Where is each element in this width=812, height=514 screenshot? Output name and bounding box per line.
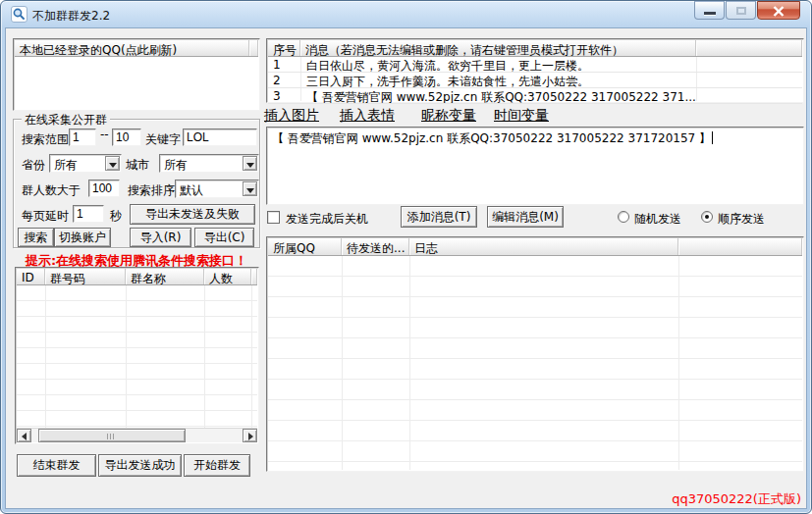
export-failed-button[interactable]: 导出未发送及失败 xyxy=(130,204,255,225)
column-divider xyxy=(251,285,252,428)
message-row-index: 1 xyxy=(273,58,281,72)
minimize-icon xyxy=(704,12,716,15)
column-divider xyxy=(45,285,46,428)
message-table-body: 1 白日依山尽，黄河入海流。欲穷千里目，更上一层楼。 2 三日入厨下，洗手作羹汤… xyxy=(268,57,802,101)
delay-label: 每页延时 xyxy=(22,208,69,225)
sequential-send-label[interactable]: 顺序发送 xyxy=(718,211,765,228)
import-button[interactable]: 导入(R) xyxy=(130,228,191,247)
col-spacer xyxy=(696,40,802,56)
maximize-button xyxy=(726,1,756,20)
keyword-label: 关键字 xyxy=(145,131,181,148)
insert-emoji-link[interactable]: 插入表情 xyxy=(340,107,395,125)
logged-qq-list: 本地已经登录的QQ(点此刷新) xyxy=(13,38,260,111)
nickname-variable-link[interactable]: 昵称变量 xyxy=(421,107,476,125)
col-index[interactable]: 序号 xyxy=(268,40,300,56)
province-value: 所有 xyxy=(54,157,78,174)
min-members-input[interactable] xyxy=(88,180,120,197)
col-group-name[interactable]: 群名称 xyxy=(126,269,204,284)
column-divider xyxy=(678,256,679,470)
random-send-label[interactable]: 随机发送 xyxy=(634,211,681,228)
log-table-header: 所属QQ 待发送的... 日志 xyxy=(268,238,802,256)
scroll-left-icon[interactable] xyxy=(17,429,31,442)
range-label: 搜索范围 xyxy=(22,131,69,148)
shutdown-after-send-checkbox[interactable] xyxy=(267,211,280,224)
col-group-number[interactable]: 群号码 xyxy=(45,269,126,284)
message-row-index: 3 xyxy=(273,89,281,103)
message-row-text: 白日依山尽，黄河入海流。欲穷千里目，更上一层楼。 xyxy=(306,58,589,73)
col-owner-qq[interactable]: 所属QQ xyxy=(268,238,342,255)
message-table-header: 序号 消息（若消息无法编辑或删除，请右键管理员模式打开软件） xyxy=(268,40,802,57)
range-from-input[interactable] xyxy=(69,128,96,146)
sort-value: 默认 xyxy=(180,182,203,199)
delay-input[interactable] xyxy=(73,205,104,223)
stop-broadcast-button[interactable]: 结束群发 xyxy=(17,454,96,477)
add-message-button[interactable]: 添加消息(T) xyxy=(401,206,477,228)
message-row[interactable]: 3 【 吾爱营销官网 www.52pjz.cn 联系QQ:37050222 31… xyxy=(268,88,802,104)
maximize-icon xyxy=(736,7,746,15)
switch-account-button[interactable]: 切换账户 xyxy=(54,228,111,247)
collector-groupbox: 在线采集公开群 搜索范围 -- 关键字 省份 所有 城市 所有 群人数大于 搜索… xyxy=(13,119,260,248)
message-row-index: 2 xyxy=(273,74,281,87)
group-result-table-body[interactable] xyxy=(17,285,257,428)
province-dropdown-icon[interactable] xyxy=(105,156,120,171)
search-button[interactable]: 搜索 xyxy=(18,228,54,247)
delay-unit-label: 秒 xyxy=(110,208,122,225)
city-dropdown-icon[interactable] xyxy=(243,156,257,171)
registration-text: qq37050222(正式版) xyxy=(551,490,801,508)
edit-message-button[interactable]: 编辑消息(M) xyxy=(487,206,564,228)
col-log[interactable]: 日志 xyxy=(409,238,678,255)
col-spacer xyxy=(678,238,802,255)
time-variable-link[interactable]: 时间变量 xyxy=(494,107,549,125)
app-magnifier-icon xyxy=(11,6,27,23)
col-pending[interactable]: 待发送的... xyxy=(342,238,409,255)
logged-qq-list-header-spacer xyxy=(250,40,258,56)
logged-qq-list-body[interactable] xyxy=(15,57,258,109)
export-button[interactable]: 导出(C) xyxy=(194,228,254,247)
col-id[interactable]: ID xyxy=(17,269,45,284)
log-table: 所属QQ 待发送的... 日志 xyxy=(266,236,804,472)
message-editor[interactable]: 【 吾爱营销官网 www.52pjz.cn 联系QQ:37050222 3170… xyxy=(266,127,804,205)
minimize-button[interactable] xyxy=(694,1,725,20)
start-broadcast-button[interactable]: 开始群发 xyxy=(184,454,250,477)
keyword-input[interactable] xyxy=(183,128,257,146)
message-row-text: 【 吾爱营销官网 www.52pjz.cn 联系QQ:37050222 3170… xyxy=(306,89,696,104)
scrollbar-thumb[interactable] xyxy=(38,429,186,442)
column-divider xyxy=(409,256,410,470)
collector-groupbox-legend: 在线采集公开群 xyxy=(22,112,110,128)
city-select[interactable]: 所有 xyxy=(159,154,259,173)
province-select[interactable]: 所有 xyxy=(49,154,122,173)
window-title: 不加群群发2.2 xyxy=(32,8,110,25)
min-members-label: 群人数大于 xyxy=(22,182,81,199)
sort-label: 搜索排序 xyxy=(128,182,175,199)
city-label: 城市 xyxy=(126,157,149,174)
log-table-body[interactable] xyxy=(268,256,802,470)
export-success-button[interactable]: 导出发送成功 xyxy=(98,454,182,477)
group-result-table-header: ID 群号码 群名称 人数 xyxy=(17,269,257,285)
message-row-text: 三日入厨下，洗手作羹汤。未谙姑食性，先遣小姑尝。 xyxy=(306,74,589,88)
message-row[interactable]: 1 白日依山尽，黄河入海流。欲穷千里目，更上一层楼。 xyxy=(268,57,802,73)
col-member-count[interactable]: 人数 xyxy=(204,269,251,284)
logged-qq-list-header[interactable]: 本地已经登录的QQ(点此刷新) xyxy=(15,40,258,57)
insert-image-link[interactable]: 插入图片 xyxy=(264,107,319,125)
scroll-right-icon[interactable] xyxy=(243,429,257,442)
col-message[interactable]: 消息（若消息无法编辑或删除，请右键管理员模式打开软件） xyxy=(300,40,696,56)
logged-qq-list-header-label[interactable]: 本地已经登录的QQ(点此刷新) xyxy=(15,40,249,56)
range-separator: -- xyxy=(100,128,109,141)
scrollbar-grip-icon xyxy=(107,434,116,439)
shutdown-after-send-label[interactable]: 发送完成后关机 xyxy=(286,211,368,228)
close-icon xyxy=(773,6,785,20)
sort-dropdown-icon[interactable] xyxy=(243,181,257,196)
random-send-radio[interactable] xyxy=(618,211,629,223)
group-result-table: ID 群号码 群名称 人数 xyxy=(15,267,259,444)
range-to-input[interactable] xyxy=(112,128,141,146)
message-row[interactable]: 2 三日入厨下，洗手作羹汤。未谙姑食性，先遣小姑尝。 xyxy=(268,73,802,88)
sequential-send-radio[interactable] xyxy=(701,211,713,223)
column-divider xyxy=(126,285,127,428)
horizontal-scrollbar[interactable] xyxy=(17,428,257,442)
sort-select[interactable]: 默认 xyxy=(175,180,259,198)
column-divider xyxy=(342,256,343,470)
app-window: 不加群群发2.2 本地已经登录的QQ(点此刷新) 在线采集公开群 搜索范围 --… xyxy=(0,0,812,514)
close-button[interactable] xyxy=(757,1,800,20)
col-spacer xyxy=(251,269,257,284)
text-caret xyxy=(712,131,713,144)
